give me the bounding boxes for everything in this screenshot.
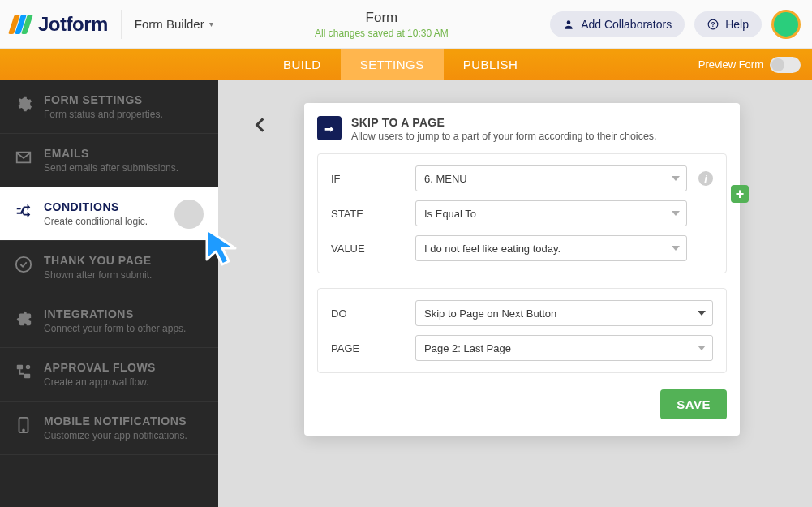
- mobile-icon: [15, 416, 32, 434]
- help-label: Help: [725, 18, 749, 31]
- chevron-down-icon: [672, 211, 680, 216]
- if-label: IF: [331, 173, 404, 185]
- value-select[interactable]: I do not feel like eating today.: [415, 235, 687, 261]
- condition-panel: SKIP TO A PAGE Allow users to jump to a …: [304, 103, 740, 436]
- back-button[interactable]: [249, 114, 270, 139]
- page-label: PAGE: [331, 342, 404, 354]
- check-circle-icon: [15, 256, 32, 273]
- svg-point-0: [567, 20, 571, 24]
- form-title: Form: [213, 10, 550, 26]
- sidebar-item-approval-flows[interactable]: APPROVAL FLOWSCreate an approval flow.: [0, 348, 218, 402]
- person-icon: [563, 19, 574, 30]
- chevron-down-icon: [698, 311, 706, 316]
- do-block: DO Skip to Page on Next Button PAGE Page…: [317, 288, 727, 373]
- add-rule-button[interactable]: +: [731, 185, 749, 203]
- panel-desc: Allow users to jump to a part of your fo…: [351, 131, 657, 142]
- do-action-select[interactable]: Skip to Page on Next Button: [415, 300, 713, 326]
- svg-point-3: [16, 257, 31, 272]
- if-block: IF 6. MENU i STATE Is Equal To VALUE I d…: [317, 153, 727, 273]
- if-field-value: 6. MENU: [424, 173, 467, 185]
- form-builder-dropdown[interactable]: Form Builder ▾: [135, 17, 213, 31]
- sidebar-item-sub: Customize your app notifications.: [44, 430, 187, 441]
- sidebar-item-sub: Shown after form submit.: [44, 269, 152, 281]
- tab-bar: BUILD SETTINGS PUBLISH Preview Form: [0, 49, 812, 80]
- divider: [121, 10, 122, 39]
- title-block: Form All changes saved at 10:30 AM: [213, 10, 550, 39]
- state-select[interactable]: Is Equal To: [415, 200, 687, 226]
- question-icon: ?: [707, 19, 719, 30]
- sidebar-item-title: MOBILE NOTIFICATIONS: [44, 415, 187, 428]
- svg-point-8: [23, 430, 24, 432]
- value-value: I do not feel like eating today.: [424, 243, 561, 255]
- value-label: VALUE: [331, 243, 404, 255]
- sidebar-item-title: APPROVAL FLOWS: [44, 361, 156, 374]
- tab-build[interactable]: BUILD: [264, 49, 341, 80]
- logo-icon: [11, 15, 30, 34]
- add-collaborators-label: Add Collaborators: [581, 18, 672, 31]
- sidebar-item-sub: Send emails after submissions.: [44, 162, 178, 174]
- add-collaborators-button[interactable]: Add Collaborators: [550, 11, 685, 37]
- puzzle-icon: [15, 309, 32, 327]
- tab-publish[interactable]: PUBLISH: [444, 49, 538, 80]
- sidebar-item-sub: Form status and properties.: [44, 109, 163, 120]
- sidebar-item-thank-you[interactable]: THANK YOU PAGEShown after form submit.: [0, 241, 218, 294]
- panel-title: SKIP TO A PAGE: [351, 116, 657, 129]
- shuffle-icon: [15, 202, 32, 220]
- help-button[interactable]: ? Help: [694, 11, 762, 37]
- sidebar-item-title: CONDITIONS: [44, 200, 148, 213]
- brand-logo[interactable]: Jotform: [11, 13, 108, 36]
- preview-toggle[interactable]: [770, 57, 801, 73]
- state-value: Is Equal To: [424, 208, 476, 220]
- avatar[interactable]: [771, 10, 801, 39]
- sidebar-item-conditions[interactable]: CONDITIONSCreate conditional logic.: [0, 187, 218, 241]
- form-builder-label: Form Builder: [135, 17, 204, 31]
- save-button[interactable]: SAVE: [660, 389, 727, 419]
- brand-name: Jotform: [38, 13, 108, 36]
- sidebar-item-title: INTEGRATIONS: [44, 307, 186, 320]
- chevron-down-icon: [698, 346, 706, 350]
- preview-form-toggle-group: Preview Form: [698, 57, 801, 73]
- sidebar-item-title: THANK YOU PAGE: [44, 254, 152, 267]
- save-status: All changes saved at 10:30 AM: [213, 28, 550, 39]
- chevron-down-icon: [672, 246, 680, 251]
- main-canvas: SKIP TO A PAGE Allow users to jump to a …: [218, 80, 812, 507]
- sidebar-item-sub: Connect your form to other apps.: [44, 323, 186, 334]
- do-action-value: Skip to Page on Next Button: [424, 307, 556, 320]
- sidebar-item-title: EMAILS: [44, 147, 178, 160]
- svg-rect-4: [17, 365, 23, 370]
- settings-sidebar: FORM SETTINGSForm status and properties.…: [0, 80, 218, 507]
- panel-header: SKIP TO A PAGE Allow users to jump to a …: [317, 116, 727, 142]
- svg-text:?: ?: [711, 20, 715, 28]
- envelope-icon: [15, 148, 32, 166]
- top-bar: Jotform Form Builder ▾ Form All changes …: [0, 0, 812, 49]
- skip-icon: [317, 116, 342, 140]
- do-label: DO: [331, 307, 404, 320]
- if-field-select[interactable]: 6. MENU: [415, 165, 687, 191]
- page-value: Page 2: Last Page: [424, 342, 511, 354]
- state-label: STATE: [331, 208, 404, 220]
- preview-form-label: Preview Form: [698, 58, 763, 71]
- tab-settings[interactable]: SETTINGS: [341, 49, 444, 80]
- sidebar-item-mobile-notifications[interactable]: MOBILE NOTIFICATIONSCustomize your app n…: [0, 402, 218, 455]
- svg-point-6: [27, 366, 30, 369]
- chevron-down-icon: [672, 176, 680, 181]
- sidebar-item-title: FORM SETTINGS: [44, 93, 163, 106]
- click-ripple: [174, 200, 204, 229]
- gear-icon: [15, 95, 32, 113]
- sidebar-item-integrations[interactable]: INTEGRATIONSConnect your form to other a…: [0, 294, 218, 348]
- info-icon[interactable]: i: [698, 171, 713, 186]
- sidebar-item-emails[interactable]: EMAILSSend emails after submissions.: [0, 134, 218, 187]
- sidebar-item-sub: Create an approval flow.: [44, 376, 156, 388]
- page-select[interactable]: Page 2: Last Page: [415, 335, 713, 361]
- sidebar-item-form-settings[interactable]: FORM SETTINGSForm status and properties.: [0, 80, 218, 134]
- sidebar-item-sub: Create conditional logic.: [44, 216, 148, 227]
- svg-rect-5: [24, 374, 30, 379]
- flow-icon: [15, 363, 32, 380]
- chevron-left-icon: [249, 114, 270, 135]
